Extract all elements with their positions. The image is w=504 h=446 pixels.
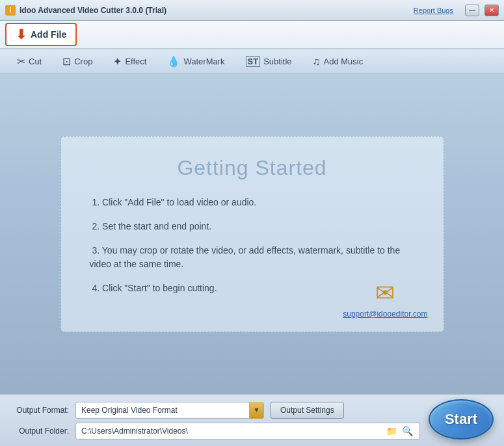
app-icon: i xyxy=(5,5,16,16)
instruction-1: 1. Click "Add File" to load video or aud… xyxy=(87,196,418,209)
tab-subtitle-label: Subtitle xyxy=(263,57,291,66)
format-select-arrow[interactable]: ▼ xyxy=(249,402,263,419)
email-link[interactable]: support@idooeditor.com xyxy=(343,309,427,319)
subtitle-icon: ST xyxy=(246,56,261,67)
add-file-button[interactable]: ⬇ Add File xyxy=(5,23,77,46)
app-title: idoo Advanced Video Cutter 3.0.0 (Trial) xyxy=(20,6,166,15)
minimize-button[interactable]: — xyxy=(465,5,479,16)
search-folder-icon[interactable]: 🔍 xyxy=(400,423,414,439)
tab-effect-label: Effect xyxy=(125,57,146,66)
close-button[interactable]: ✕ xyxy=(484,5,499,16)
tab-watermark-label: WaterMark xyxy=(183,57,224,66)
add-file-icon: ⬇ xyxy=(16,27,27,42)
output-folder-value: C:\Users\Administrator\Videos\ xyxy=(81,426,384,436)
bottom-bar: Output Format: Keep Original Video Forma… xyxy=(0,394,504,446)
tab-addmusic[interactable]: ♫ Add Music xyxy=(304,53,373,70)
output-folder-row: Output Folder: C:\Users\Administrator\Vi… xyxy=(10,423,494,439)
tab-subtitle[interactable]: ST Subtitle xyxy=(237,53,301,70)
main-content: Getting Started 1. Click "Add File" to l… xyxy=(0,74,504,394)
tab-addmusic-label: Add Music xyxy=(324,57,364,66)
tab-cut[interactable]: ✂ Cut xyxy=(8,53,51,70)
folder-icons: 📁 🔍 xyxy=(384,423,414,439)
output-settings-button[interactable]: Output Settings xyxy=(271,402,344,419)
tab-crop[interactable]: ⊡ Crop xyxy=(53,53,101,70)
getting-started-title: Getting Started xyxy=(87,156,418,180)
tab-bar: ✂ Cut ⊡ Crop ✦ Effect 💧 WaterMark ST Sub… xyxy=(0,49,504,74)
getting-started-panel: Getting Started 1. Click "Add File" to l… xyxy=(60,136,444,332)
output-folder-input[interactable]: C:\Users\Administrator\Videos\ 📁 🔍 xyxy=(75,423,420,439)
report-bugs-link[interactable]: Report Bugs xyxy=(414,7,453,14)
toolbar: ⬇ Add File xyxy=(0,21,504,49)
addmusic-icon: ♫ xyxy=(313,56,321,68)
tab-watermark[interactable]: 💧 WaterMark xyxy=(158,53,233,70)
output-format-select[interactable]: Keep Original Video Format ▼ xyxy=(75,402,264,419)
watermark-icon: 💧 xyxy=(167,55,180,68)
crop-icon: ⊡ xyxy=(62,55,71,68)
add-file-label: Add File xyxy=(31,29,66,40)
output-format-value: Keep Original Video Format xyxy=(81,406,249,415)
output-folder-label: Output Folder: xyxy=(10,426,69,436)
effect-icon: ✦ xyxy=(113,55,122,68)
start-label: Start xyxy=(445,411,477,428)
output-format-label: Output Format: xyxy=(10,406,69,415)
title-bar-left: i idoo Advanced Video Cutter 3.0.0 (Tria… xyxy=(5,5,166,16)
start-button[interactable]: Start xyxy=(429,399,494,439)
browse-folder-icon[interactable]: 📁 xyxy=(384,423,399,439)
email-section: ✉ support@idooeditor.com xyxy=(343,280,427,319)
tab-effect[interactable]: ✦ Effect xyxy=(104,53,155,70)
title-bar: i idoo Advanced Video Cutter 3.0.0 (Tria… xyxy=(0,0,504,21)
title-bar-right: Report Bugs — ✕ xyxy=(414,5,499,16)
instruction-2: 2. Set the start and end point. xyxy=(87,220,418,233)
tab-crop-label: Crop xyxy=(74,57,92,66)
instruction-3: 3. You may crop or rotate the video, or … xyxy=(87,244,418,271)
tab-cut-label: Cut xyxy=(29,57,42,66)
cut-icon: ✂ xyxy=(17,55,25,68)
output-format-row: Output Format: Keep Original Video Forma… xyxy=(10,402,494,419)
email-envelope-icon: ✉ xyxy=(375,280,395,307)
